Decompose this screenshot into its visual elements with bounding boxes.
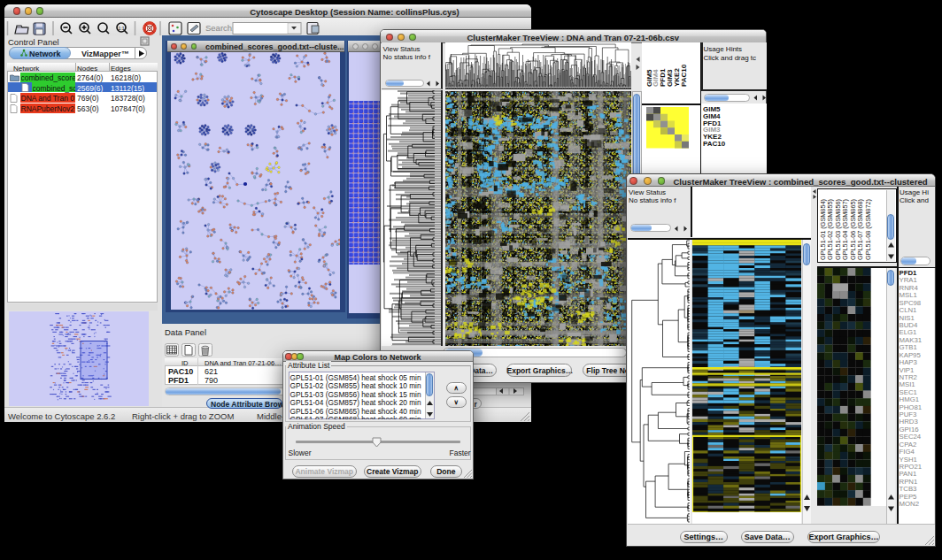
svg-text:GPL51-08 (GSM872): GPL51-08 (GSM872) (864, 199, 872, 260)
svg-text:Search:: Search: (205, 23, 235, 33)
svg-text:PAC10: PAC10 (680, 64, 688, 87)
svg-text:1:1: 1:1 (119, 26, 125, 31)
